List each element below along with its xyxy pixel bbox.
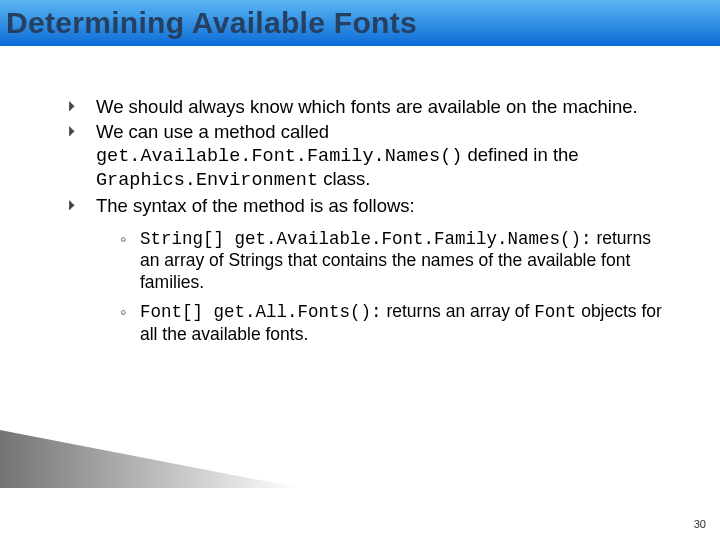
sub-bullet-list: String[] get.Available.Font.Family.Names…	[120, 228, 666, 346]
bullet-list: We should always know which fonts are av…	[66, 96, 666, 345]
slide-number: 30	[694, 518, 706, 530]
code-text: get.Available.Font.Family.Names()	[96, 146, 462, 167]
bullet-text-part: defined in the	[462, 144, 578, 165]
sub-bullet-text: returns an array of	[382, 301, 535, 321]
bullet-text: The syntax of the method is as follows:	[96, 195, 415, 216]
decorative-shadow	[0, 430, 300, 488]
code-text: Font	[534, 302, 576, 322]
bullet-text-part: We can use a method called	[96, 121, 329, 142]
bullet-item: The syntax of the method is as follows: …	[66, 195, 666, 345]
bullet-item: We should always know which fonts are av…	[66, 96, 666, 119]
content-area: We should always know which fonts are av…	[66, 96, 666, 353]
title-bar: Determining Available Fonts	[0, 0, 720, 46]
sub-bullet-item: Font[] get.All.Fonts(): returns an array…	[120, 301, 666, 345]
sub-bullet-item: String[] get.Available.Font.Family.Names…	[120, 228, 666, 294]
bullet-text: We should always know which fonts are av…	[96, 96, 638, 117]
slide: Determining Available Fonts We should al…	[0, 0, 720, 540]
bullet-item: We can use a method called get.Available…	[66, 121, 666, 193]
slide-title: Determining Available Fonts	[6, 6, 417, 40]
code-text: Graphics.Environment	[96, 170, 318, 191]
code-text: Font[] get.All.Fonts():	[140, 302, 382, 322]
code-text: String[] get.Available.Font.Family.Names…	[140, 229, 592, 249]
bullet-text-part: class.	[318, 168, 370, 189]
